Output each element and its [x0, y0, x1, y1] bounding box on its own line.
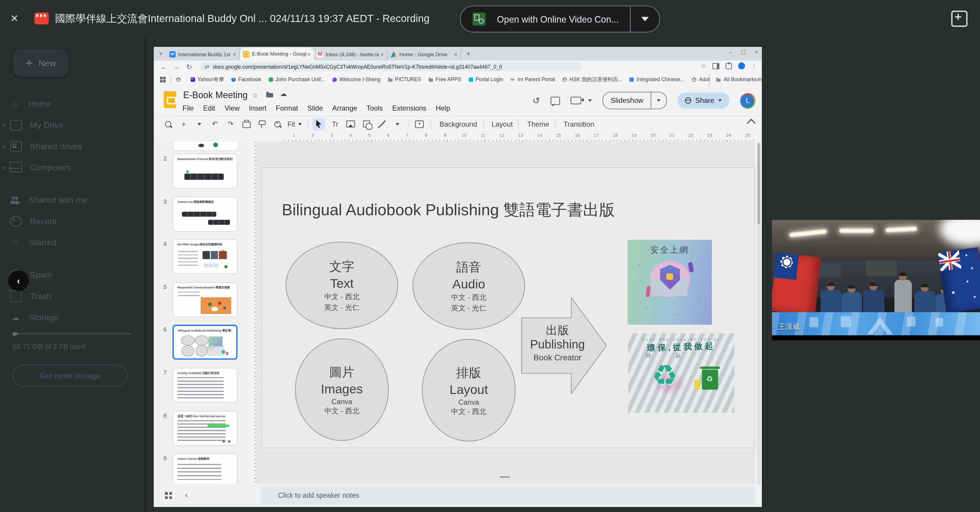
audio-circle[interactable]: 語音 Audio 中文 - 西北 英文 - 光仁	[413, 243, 525, 330]
bookmark-item[interactable]: Facebook	[231, 76, 261, 82]
redo-icon[interactable]: ↷	[225, 118, 236, 130]
layout-circle[interactable]: 排版 Layout Canva 中文 - 西北	[422, 339, 515, 441]
images-circle[interactable]: 圖片 Images Canva 中文 - 西北	[295, 338, 389, 441]
get-more-storage-button[interactable]: Get more storage	[13, 365, 127, 387]
menu-item[interactable]: Help	[436, 105, 450, 112]
browser-tab[interactable]: Home - Google Drive ×	[388, 48, 461, 61]
zoom-in-icon[interactable]	[272, 118, 283, 130]
publishing-arrow[interactable]: 出版 Publishing Book Creator	[521, 297, 607, 394]
side-panel-icon[interactable]	[713, 63, 719, 69]
bookmark-item[interactable]: Integrated Chinese...	[630, 76, 685, 82]
canvas-scrollbar[interactable]	[757, 142, 760, 504]
menu-item[interactable]: View	[224, 105, 239, 112]
slide-thumbnail[interactable]: No Filter Usage 請勿使用濾鏡特效	[172, 239, 237, 274]
fit-zoom-control[interactable]: Fit	[288, 118, 302, 130]
paint-format-icon[interactable]	[256, 118, 267, 130]
back-icon[interactable]: ←	[160, 63, 167, 70]
open-with-dropdown[interactable]	[630, 6, 659, 32]
grid-view-icon[interactable]	[165, 492, 172, 499]
extensions-icon[interactable]	[726, 63, 732, 69]
menu-item[interactable]: Insert	[249, 105, 266, 112]
all-bookmarks-button[interactable]: All Bookmarks	[710, 73, 757, 86]
tab-close-icon[interactable]: ×	[307, 51, 310, 57]
insert-image-icon[interactable]	[345, 118, 356, 130]
reload-icon[interactable]: ↻	[186, 63, 192, 71]
browser-tab[interactable]: E-Book Meeting - Google Slid ×	[240, 48, 314, 61]
undo-icon[interactable]: ↶	[209, 118, 221, 130]
current-slide[interactable]: Bilingual Audiobook Publishing 雙語電子書出版 文…	[261, 167, 755, 449]
sidebar-item[interactable]: ▸ Storage	[0, 306, 145, 328]
collapse-toolbar-icon[interactable]	[747, 119, 756, 128]
close-icon[interactable]: ×	[6, 10, 22, 27]
menu-item[interactable]: File	[183, 105, 194, 112]
sidebar-item[interactable]: ▸ Starred	[0, 231, 145, 253]
bookmark-item[interactable]: HSK 我的汉语便利店...	[563, 76, 622, 82]
tab-close-icon[interactable]: ×	[233, 51, 236, 57]
forward-icon[interactable]: →	[173, 63, 180, 70]
sidebar-item[interactable]: ▸ Recent	[0, 211, 145, 231]
star-document-icon[interactable]: ☆	[253, 92, 258, 99]
expand-chevron-icon[interactable]: ▸	[0, 122, 9, 128]
background-button[interactable]: Background	[439, 120, 477, 128]
sidebar-item[interactable]: ▸ Shared with me	[0, 189, 145, 210]
minimize-icon[interactable]: –	[729, 49, 732, 55]
menu-item[interactable]: Arrange	[332, 105, 357, 112]
slide-thumbnail[interactable]: 這是一起的 Dos YouTub and one Us	[172, 411, 237, 446]
bookmark-item[interactable]: Free APPS	[429, 76, 461, 82]
participant-video[interactable]: ★ ★ ★ ★ ★ 王漢威	[772, 220, 980, 340]
share-button[interactable]: Share	[678, 92, 730, 109]
bookmark-star-icon[interactable]: ☆	[701, 62, 706, 69]
bookmark-item[interactable]: PICTURES	[388, 76, 421, 82]
sidebar-item[interactable]: ▸ Shared drives	[0, 136, 145, 157]
theme-button[interactable]: Theme	[527, 120, 549, 128]
insert-line-icon[interactable]	[376, 118, 388, 130]
window-close-icon[interactable]: ×	[755, 49, 758, 55]
sidebar-item[interactable]: ▸ Home	[0, 93, 145, 114]
menu-item[interactable]: Edit	[203, 105, 215, 112]
add-to-library-icon[interactable]	[951, 11, 967, 27]
browser-menu-icon[interactable]: ⋮	[751, 63, 757, 69]
chevron-down-icon[interactable]	[194, 118, 205, 130]
print-icon[interactable]	[240, 118, 252, 130]
text-circle[interactable]: 文字 Text 中文 - 西北 英文 - 光仁	[285, 242, 398, 329]
layout-button[interactable]: Layout	[492, 120, 512, 128]
bookmark-item[interactable]: Welcome I-Sheng	[332, 76, 380, 82]
version-history-icon[interactable]: ↺	[533, 95, 540, 106]
menu-item[interactable]: Tools	[366, 105, 383, 112]
chevron-left-icon[interactable]: ‹	[185, 490, 188, 499]
expand-chevron-icon[interactable]: ▸	[0, 165, 9, 170]
slide-thumbnail[interactable]: Bilingual Audiobook Publishing 雙語電子書出版	[172, 325, 237, 360]
zoom-add-icon[interactable]: +	[178, 118, 189, 130]
speaker-notes-field[interactable]: Click to add speaker notes	[261, 487, 755, 504]
new-tab-button[interactable]: +	[466, 49, 471, 58]
bookmark-item[interactable]: Portal Login	[469, 76, 503, 82]
new-button[interactable]: + New	[13, 49, 69, 77]
move-to-folder-icon[interactable]	[266, 93, 273, 98]
open-with-button[interactable]: Open with Online Video Con...	[460, 6, 660, 32]
bookmark-item[interactable]: John Purchase Unif...	[269, 76, 325, 82]
sidebar-item[interactable]: ▸ My Drive	[0, 114, 145, 135]
slide-thumbnail[interactable]: Game License 遊戲條例	[172, 453, 237, 484]
recycling-book-cover-image[interactable]: huán bǎo cóng wǒ zuò qǐ 環保,從我做起 环 从 ♻	[628, 333, 734, 413]
browser-tab[interactable]: International Buddy 1st Meet P ×	[166, 48, 240, 61]
slideshow-button[interactable]: Slideshow	[603, 92, 667, 109]
slideshow-dropdown[interactable]	[651, 99, 666, 102]
slide-thumbnail[interactable]: Mute/Unmute Protocol 靜音/取消靜音規則	[172, 154, 237, 189]
slide-thumbnail[interactable]: Activity Schedule 活動日程安排	[172, 368, 237, 403]
collapse-sidebar-button[interactable]: ‹	[8, 270, 29, 291]
notes-resize-handle[interactable]	[500, 476, 510, 477]
document-title[interactable]: E-Book Meeting	[183, 90, 248, 100]
bookmark-item[interactable]: Yahoo!奇摩	[191, 76, 224, 82]
meet-camera-icon[interactable]	[571, 97, 581, 105]
safe-internet-book-cover-image[interactable]: 安全上網	[628, 239, 712, 325]
bookmark-item[interactable]	[176, 77, 183, 81]
menu-item[interactable]: Format	[276, 105, 298, 112]
chevron-down-icon[interactable]	[588, 99, 592, 102]
tab-search-chevron-icon[interactable]: ∨	[158, 51, 164, 57]
menu-item[interactable]: Slide	[307, 105, 323, 112]
browser-profile-avatar[interactable]	[738, 62, 745, 69]
expand-chevron-icon[interactable]: ▸	[0, 143, 9, 149]
bookmark-item[interactable]: Im Parent Portal	[511, 76, 555, 82]
apps-grid-icon[interactable]	[160, 76, 165, 82]
menu-item[interactable]: Extensions	[392, 105, 426, 112]
